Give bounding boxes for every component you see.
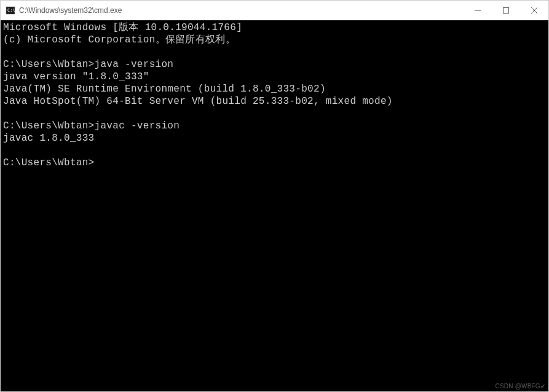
cmd-window: C:\ C:\Windows\system32\cmd.exe Microsof…	[0, 0, 549, 392]
window-controls	[464, 1, 548, 20]
terminal-output[interactable]: Microsoft Windows [版本 10.0.19044.1766] (…	[1, 20, 548, 391]
titlebar[interactable]: C:\ C:\Windows\system32\cmd.exe	[1, 1, 548, 20]
prompt-path: C:\Users\Wbtan>	[3, 59, 95, 70]
prompt-path: C:\Users\Wbtan>	[3, 120, 95, 131]
terminal-line: java version "1.8.0_333"	[3, 71, 149, 82]
prompt-path: C:\Users\Wbtan>	[3, 157, 95, 168]
prompt-line: C:\Users\Wbtan>java -version	[3, 59, 173, 70]
terminal-line: Java HotSpot(TM) 64-Bit Server VM (build…	[3, 96, 393, 107]
prompt-line: C:\Users\Wbtan>	[3, 157, 100, 168]
maximize-icon	[503, 7, 509, 14]
cursor	[95, 159, 100, 168]
svg-rect-3	[504, 7, 509, 13]
window-title: C:\Windows\system32\cmd.exe	[19, 6, 464, 15]
terminal-line: (c) Microsoft Corporation。保留所有权利。	[3, 34, 235, 45]
minimize-icon	[475, 7, 481, 14]
prompt-command: java -version	[95, 59, 174, 70]
prompt-command: javac -version	[95, 120, 180, 131]
terminal-line: Microsoft Windows [版本 10.0.19044.1766]	[3, 22, 242, 33]
cmd-icon: C:\	[6, 6, 15, 15]
prompt-line: C:\Users\Wbtan>javac -version	[3, 120, 180, 131]
minimize-button[interactable]	[464, 1, 492, 20]
watermark: CSDN @WBFG✔	[496, 383, 545, 390]
close-icon	[531, 7, 537, 14]
terminal-line: javac 1.8.0_333	[3, 133, 95, 144]
close-button[interactable]	[520, 1, 548, 20]
maximize-button[interactable]	[492, 1, 520, 20]
terminal-line: Java(TM) SE Runtime Environment (build 1…	[3, 84, 326, 95]
svg-text:C:\: C:\	[7, 8, 15, 13]
